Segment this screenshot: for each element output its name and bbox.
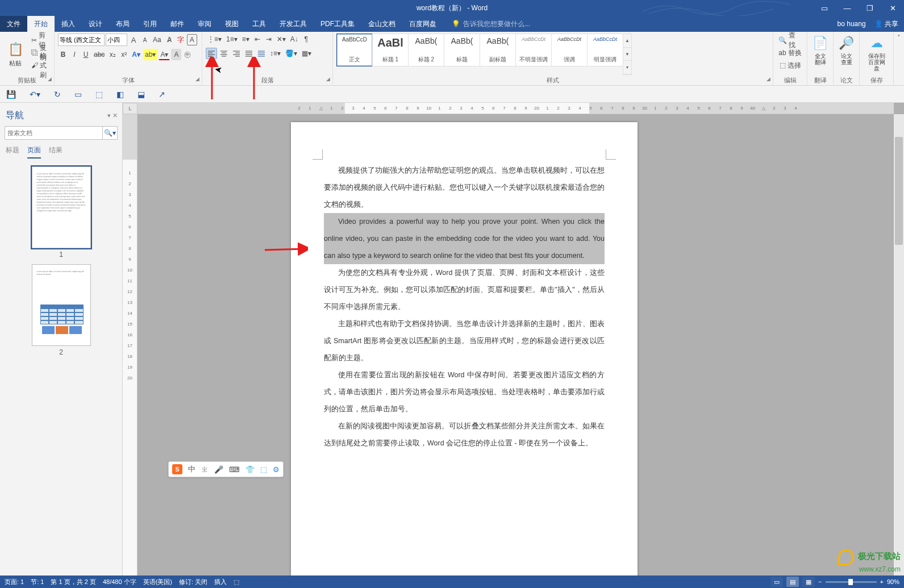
status-insert[interactable]: 插入 (214, 578, 227, 586)
dec-indent-button[interactable]: ⇤ (252, 34, 263, 45)
tab-file[interactable]: 文件 (0, 16, 27, 32)
doc-paragraph-6[interactable]: 在新的阅读视图中阅读更加容易。可以折叠文档某些部分并关注所需文本。如果在达到结尾… (324, 418, 605, 452)
ime-lang[interactable]: 中 (188, 464, 195, 474)
nav-tab-pages[interactable]: 页面 (27, 145, 41, 159)
align-right-button[interactable] (231, 48, 242, 59)
nav-close[interactable]: ✕ (113, 112, 118, 119)
vertical-scrollbar[interactable] (894, 114, 904, 576)
style-normal[interactable]: AaBbCcD正文 (336, 34, 373, 66)
tab-insert[interactable]: 插入 (55, 16, 82, 32)
nav-search-input[interactable] (5, 126, 103, 140)
format-painter-button[interactable]: 🖌 格式刷 (30, 60, 51, 71)
qat-7[interactable]: ⬓ (136, 89, 147, 100)
share-button[interactable]: 👤 共享 (874, 19, 898, 29)
qat-redo[interactable]: ↻ (52, 89, 63, 100)
doc-paragraph-3[interactable]: 为使您的文档具有专业外观，Word 提供了页眉、页脚、封面和文本框设计，这些设计… (324, 264, 605, 315)
style-subtitle[interactable]: AaBb(副标题 (480, 34, 516, 66)
ime-punct[interactable]: ㄓ (201, 464, 209, 474)
status-words[interactable]: 48/480 个字 (103, 578, 136, 586)
tab-devtools[interactable]: 开发工具 (273, 16, 314, 32)
tab-baidu[interactable]: 百度网盘 (402, 16, 443, 32)
style-intense-emphasis[interactable]: AaBbCcDt明显强调 (587, 34, 623, 66)
page-canvas[interactable]: 视频提供了功能强大的方法帮助您证明您的观点。当您单击联机视频时，可以在想要添加的… (138, 114, 894, 576)
doc-paragraph-4[interactable]: 主题和样式也有助于文档保持协调。当您单击设计并选择新的主题时，图片、图表或 Sm… (324, 315, 605, 366)
sort-button[interactable]: A↓ (289, 34, 300, 45)
ime-toolbar[interactable]: S 中 ㄓ 🎤 ⌨ 👕 ⬚ ⚙ (168, 461, 284, 477)
text-effect-button[interactable]: A▾ (130, 49, 142, 60)
font-color-button[interactable]: A▾ (159, 49, 170, 60)
nav-dropdown[interactable]: ▾ (107, 112, 111, 119)
tab-pdftools[interactable]: PDF工具集 (314, 16, 361, 32)
thumbnail-page-1[interactable]: Lorem ipsum dolor sit amet consectetur a… (32, 166, 91, 258)
font-launcher[interactable]: ◢ (195, 74, 199, 84)
justify-button[interactable] (243, 48, 255, 59)
tab-mailings[interactable]: 邮件 (164, 16, 191, 32)
font-name-select[interactable] (58, 34, 105, 46)
doc-paragraph-5[interactable]: 使用在需要位置出现的新按钮在 Word 中保存时间。若要更改图片适应文档的方式，… (324, 366, 605, 418)
borders-button[interactable]: ▦▾ (300, 48, 313, 59)
status-extra[interactable]: ⬚ (234, 578, 239, 586)
shrink-font-button[interactable]: A (140, 34, 150, 45)
style-heading2[interactable]: AaBb(标题 2 (408, 34, 444, 66)
style-heading1[interactable]: AaBl标题 1 (372, 34, 409, 66)
show-marks-button[interactable]: ¶ (301, 34, 311, 45)
nav-tab-results[interactable]: 结果 (49, 145, 63, 159)
align-left-button[interactable] (206, 48, 217, 59)
style-emphasis[interactable]: AaBbCcDt强调 (551, 34, 588, 66)
qat-8[interactable]: ↗ (157, 89, 167, 100)
paragraph-launcher[interactable]: ◢ (326, 74, 330, 84)
tab-review[interactable]: 审阅 (191, 16, 218, 32)
shading-button[interactable]: 🪣▾ (284, 48, 299, 59)
ruler-corner[interactable]: L (123, 103, 138, 114)
zoom-level[interactable]: 90% (887, 578, 899, 585)
align-center-button[interactable] (218, 48, 230, 59)
clear-format-button[interactable]: A̷ (164, 34, 174, 45)
cn-layout-button[interactable]: ✕▾ (275, 34, 288, 45)
status-pages[interactable]: 第 1 页，共 2 页 (51, 578, 95, 586)
inc-indent-button[interactable]: ⇥ (264, 34, 274, 45)
tab-references[interactable]: 引用 (136, 16, 164, 32)
horizontal-ruler[interactable]: 21△1234567891012345678920123456789301234… (138, 103, 894, 114)
phonetic-button[interactable]: 字 (176, 34, 186, 45)
baidu-save-button[interactable]: ☁保存到百度网盘 (863, 34, 890, 73)
zoom-slider[interactable] (826, 581, 877, 583)
thesis-button[interactable]: 🔎论文查重 (837, 34, 856, 66)
font-size-select[interactable] (106, 34, 127, 46)
nav-tab-headings[interactable]: 标题 (6, 145, 19, 159)
qat-undo[interactable]: ↶▾ (28, 89, 42, 100)
bullets-button[interactable]: ⋮≡▾ (206, 34, 223, 45)
view-read-button[interactable]: ▭ (770, 577, 783, 587)
char-border-button[interactable]: A (187, 34, 197, 45)
ime-voice[interactable]: 🎤 (214, 465, 223, 474)
tell-me-search[interactable]: 💡 告诉我您想要做什么... (452, 16, 530, 32)
multilevel-button[interactable]: ≡▾ (240, 34, 251, 45)
strike-button[interactable]: abc (92, 49, 106, 60)
ime-skin[interactable]: 👕 (245, 465, 255, 474)
ime-settings[interactable]: ⚙ (273, 465, 280, 474)
tab-view[interactable]: 视图 (218, 16, 245, 32)
view-print-button[interactable]: ▤ (786, 577, 799, 587)
char-shading-button[interactable]: A (171, 49, 181, 60)
status-lang[interactable]: 英语(美国) (143, 578, 172, 586)
status-section[interactable]: 节: 1 (31, 578, 44, 586)
status-track[interactable]: 修订: 关闭 (179, 578, 207, 586)
doc-paragraph-2-selected[interactable]: Video provides a powerful way to help yo… (324, 213, 605, 264)
underline-button[interactable]: U (81, 49, 91, 60)
select-button[interactable]: ⬚ 选择 (777, 60, 803, 71)
thumbnail-page-2[interactable]: Lorem ipsum dolor sit amet consectetur a… (32, 264, 91, 356)
ime-toolbox[interactable]: ⬚ (260, 465, 267, 474)
zoom-in-button[interactable]: + (880, 578, 884, 585)
tab-home[interactable]: 开始 (27, 16, 55, 32)
grow-font-button[interactable]: A (128, 34, 139, 45)
enclose-char-button[interactable]: ㊥ (182, 49, 193, 60)
doc-paragraph-1[interactable]: 视频提供了功能强大的方法帮助您证明您的观点。当您单击联机视频时，可以在想要添加的… (324, 162, 605, 213)
nav-search-button[interactable]: 🔍▾ (103, 126, 118, 140)
status-page[interactable]: 页面: 1 (5, 578, 24, 586)
numbering-button[interactable]: 1≡▾ (224, 34, 239, 45)
user-name[interactable]: bo huang (838, 20, 866, 28)
distribute-button[interactable] (256, 48, 267, 59)
tab-ksdoc[interactable]: 金山文档 (361, 16, 402, 32)
restore-button[interactable]: ❐ (859, 0, 881, 16)
subscript-button[interactable]: x₂ (107, 49, 118, 60)
tab-design[interactable]: 设计 (82, 16, 109, 32)
